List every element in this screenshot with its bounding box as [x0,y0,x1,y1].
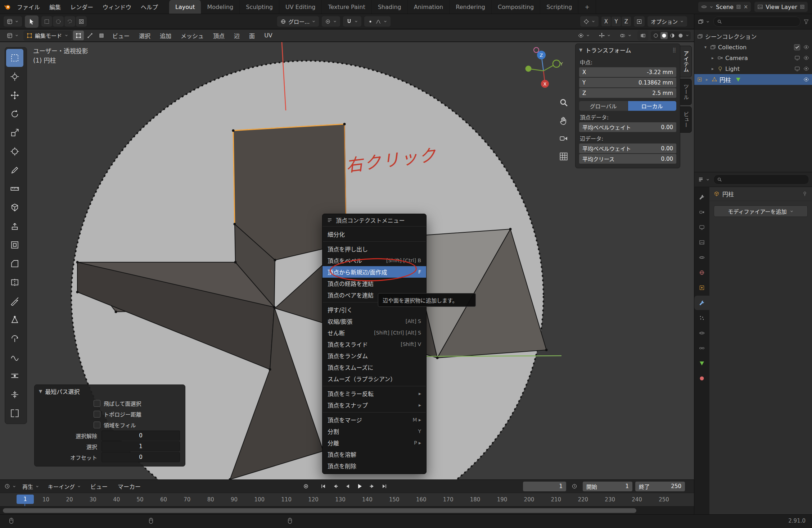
tool-bevel[interactable] [6,255,23,273]
tool-smooth[interactable] [6,348,23,366]
gizmos-dropdown[interactable] [596,30,614,41]
expand-arrow-icon[interactable]: ▾ [703,45,708,50]
properties-editor-selector[interactable] [697,174,710,185]
add-workspace-button[interactable]: + [578,0,596,14]
select-mode-new-button[interactable] [41,16,52,27]
tab-tool[interactable] [694,190,709,204]
xray-toggle-button[interactable] [637,30,648,41]
outliner-row-light[interactable]: ▸ Light [694,63,812,74]
menu-mesh[interactable]: メッシュ [177,29,208,42]
menu-item-extrude-vertices[interactable]: 頂点を押し出し [322,243,426,255]
wireframe-shading-button[interactable] [652,32,659,39]
menu-file[interactable]: ファイル [12,0,45,14]
fill-area-checkbox[interactable] [94,422,100,428]
properties-search[interactable] [713,174,809,185]
sidebar-tab-item[interactable]: アイテム [680,46,692,77]
menu-render[interactable]: レンダー [66,0,98,14]
edge-select-button[interactable] [85,31,95,40]
use-preview-range-button[interactable] [569,482,580,491]
menu-edge[interactable]: 辺 [230,29,244,42]
viewport-editor-selector[interactable] [4,30,22,41]
menu-add[interactable]: 追加 [156,29,175,42]
tool-add-cube[interactable] [6,199,23,217]
proportional-edit-toggle[interactable] [364,16,391,27]
play-button[interactable] [355,482,365,491]
menu-item-subdivide[interactable]: 細分化 [322,228,426,240]
edge-bevel-weight-field[interactable]: 平均ベベルウェイト 0.00 [579,144,676,153]
frame-end-field[interactable]: 終了250 [635,482,685,491]
filter-funnel-icon[interactable] [803,19,809,24]
timeline-menu-view[interactable]: ビュー [86,480,112,493]
tool-loop-cut[interactable] [6,273,23,291]
mirror-z-button[interactable]: Z [622,17,631,26]
select-field[interactable]: 1 [102,441,180,451]
pivot-point-dropdown[interactable] [322,16,340,27]
collapse-arrow-icon[interactable]: ▼ [39,389,42,394]
mirror-dropdown[interactable] [580,16,599,27]
eye-icon[interactable] [803,77,809,82]
menu-item-mirror-vertices[interactable]: 頂点をミラー反転▸ [322,388,426,399]
scene-selector[interactable]: Scene × [698,2,751,12]
outliner-row-cylinder[interactable]: ▸ 円柱 [694,74,812,85]
sidebar-tab-view[interactable]: ビュー [680,106,692,133]
timeline-menu-marker[interactable]: マーカー [114,480,145,493]
outliner-search-input[interactable] [724,18,797,25]
timeline-scrollbar[interactable] [0,506,694,515]
visibility-dropdown[interactable] [575,30,593,41]
global-tab[interactable]: グローバル [579,101,628,111]
menu-window[interactable]: ウィンドウ [98,0,136,14]
select-mode-extend-button[interactable] [53,16,64,27]
vertex-select-button[interactable] [73,31,84,40]
expand-arrow-icon[interactable]: ▸ [704,77,709,82]
edge-crease-field[interactable]: 平均クリース 0.00 [579,154,676,164]
navigation-gizmo[interactable]: Z Y X [518,45,568,95]
workspace-tab-layout[interactable]: Layout [169,0,201,14]
menu-item-connect-vertex-path[interactable]: 頂点の経路を連結 [322,278,426,289]
median-y-field[interactable]: Y 0.13862 mm [579,78,676,87]
outliner-display-mode[interactable] [697,17,710,27]
next-keyframe-button[interactable] [367,482,378,491]
camera-view-button[interactable] [557,132,570,145]
workspace-tab-rendering[interactable]: Rendering [450,0,492,14]
workspace-tab-shading[interactable]: Shading [372,0,408,14]
tool-annotate[interactable] [6,161,23,179]
local-tab[interactable]: ローカル [628,101,677,111]
ortho-toggle-button[interactable] [557,150,570,163]
tab-object-data[interactable] [694,356,709,370]
menu-item-delete-vertices[interactable]: 頂点を削除 [322,460,426,472]
mirror-x-button[interactable]: X [601,17,611,26]
median-z-field[interactable]: Z 2.5 mm [579,88,676,98]
options-dropdown[interactable]: オプション [648,16,687,27]
panel-grip-icon[interactable]: ⣿ [672,47,676,53]
prev-keyframe-button[interactable] [330,482,341,491]
current-frame-marker[interactable]: 1 [17,495,34,504]
menu-item-smooth-vertices[interactable]: 頂点をスムーズに [322,361,426,373]
workspace-tab-scripting[interactable]: Scripting [540,0,578,14]
menu-item-new-edge-face-from-vertices[interactable]: 頂点から新規辺/面作成F [322,266,426,278]
tab-particles[interactable] [694,311,709,325]
new-scene-icon[interactable] [736,4,741,9]
gizmo-x-label[interactable]: X [543,81,547,87]
tab-material[interactable] [694,371,709,386]
jump-to-end-button[interactable] [379,482,390,491]
overlays-dropdown[interactable] [617,30,635,41]
eye-icon[interactable] [803,44,809,50]
menu-item-merge-vertices[interactable]: 頂点をマージM ▸ [322,414,426,425]
view-layer-selector[interactable]: View Layer [754,2,808,12]
menu-item-shrink-fatten[interactable]: 収縮/膨張[Alt] S [322,315,426,327]
tool-extrude[interactable] [6,217,23,235]
material-shading-button[interactable] [669,32,676,39]
workspace-tab-modeling[interactable]: Modeling [201,0,240,14]
tool-transform[interactable] [6,142,23,160]
frame-start-field[interactable]: 開始1 [583,482,632,491]
screen-icon[interactable] [794,66,800,72]
tool-move[interactable] [6,86,23,104]
menu-vertex[interactable]: 頂点 [209,29,229,42]
blender-logo-icon[interactable] [4,3,11,10]
tool-select-box[interactable] [6,49,23,67]
tab-physics[interactable] [694,326,709,340]
collapse-arrow-icon[interactable]: ▼ [579,47,582,53]
jump-to-start-button[interactable] [318,482,329,491]
tab-view-layer[interactable] [694,235,709,250]
menu-help[interactable]: ヘルプ [136,0,163,14]
